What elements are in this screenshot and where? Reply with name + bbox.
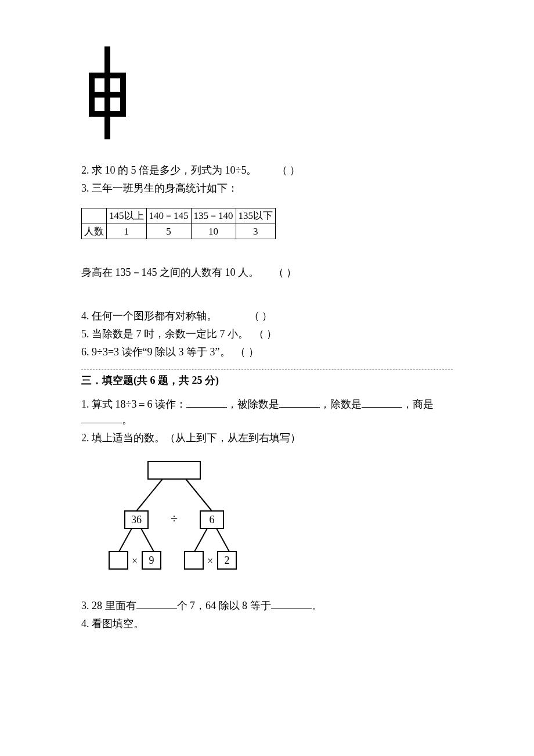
fill-1-prefix: 1. 算式 18÷3＝6 读作：	[81, 398, 186, 410]
svg-line-5	[217, 528, 229, 552]
fill-4-text: 4. 看图填空。	[81, 616, 453, 632]
tree-blank-right[interactable]	[185, 552, 203, 569]
fill-3-blank-1[interactable]	[136, 598, 177, 609]
fill-1-blank-4[interactable]	[81, 412, 122, 423]
fill-3-mid: 个 7，64 除以 8 等于	[177, 600, 271, 611]
fill-3-suffix: 。	[312, 600, 322, 611]
tree-diagram: ÷ 36 6 × 9 × 2	[104, 459, 250, 575]
question-6-paren: （ ）	[235, 344, 259, 360]
svg-line-4	[194, 528, 207, 552]
fill-1-suffix: 。	[122, 414, 132, 426]
question-3-statement: 身高在 135－145 之间的人数有 10 人。 （ ）	[81, 265, 453, 280]
question-3-text: 3. 三年一班男生的身高统计如下：	[81, 181, 453, 196]
question-2-paren: （ ）	[277, 163, 301, 178]
tree-top-box[interactable]	[148, 462, 200, 479]
fill-1-blank-1[interactable]	[186, 397, 227, 408]
question-2-text: 2. 求 10 的 5 倍是多少，列式为 10÷5。	[81, 164, 257, 176]
table-value-4: 3	[236, 224, 276, 239]
question-5-text: 5. 当除数是 7 时，余数一定比 7 小。	[81, 328, 248, 340]
question-5-paren: （ ）	[254, 326, 277, 342]
fill-3: 3. 28 里面有个 7，64 除以 8 等于。	[81, 598, 453, 614]
table-header-3: 135－140	[191, 208, 236, 224]
section-3-title: 三．填空题(共 6 题，共 25 分)	[81, 373, 222, 388]
question-3-statement-text: 身高在 135－145 之间的人数有 10 人。	[81, 267, 259, 278]
table-header-1: 145以上	[107, 208, 147, 224]
question-6-text: 6. 9÷3=3 读作“9 除以 3 等于 3”。	[81, 346, 230, 358]
tree-mul-left: ×	[132, 555, 138, 567]
svg-line-3	[141, 528, 154, 552]
table-header-blank	[82, 208, 107, 224]
tree-val-2: 2	[225, 555, 230, 566]
tree-val-36: 36	[131, 514, 142, 525]
tree-div-sign: ÷	[171, 511, 178, 525]
fill-3-prefix: 3. 28 里面有	[81, 600, 136, 611]
fill-3-blank-2[interactable]	[271, 598, 312, 609]
question-4: 4. 任何一个图形都有对称轴。 （ ）	[81, 308, 453, 324]
tree-blank-left[interactable]	[109, 552, 128, 569]
tree-val-9: 9	[149, 555, 154, 566]
question-4-paren: （ ）	[249, 308, 273, 324]
fill-1-part3: ，除数是	[320, 398, 362, 410]
tree-val-6: 6	[210, 514, 215, 525]
svg-line-0	[136, 479, 163, 511]
height-stat-table: 145以上 140－145 135－140 135以下 人数 1 5 10 3	[81, 208, 276, 239]
fill-1-blank-2[interactable]	[279, 397, 320, 408]
shen-character-icon	[87, 46, 128, 139]
question-6: 6. 9÷3=3 读作“9 除以 3 等于 3”。 （ ）	[81, 344, 453, 360]
table-value-3: 10	[191, 224, 236, 239]
table-header-2: 140－145	[146, 208, 191, 224]
question-2: 2. 求 10 的 5 倍是多少，列式为 10÷5。 （ ）	[81, 163, 453, 178]
question-4-text: 4. 任何一个图形都有对称轴。	[81, 310, 217, 322]
table-value-2: 5	[146, 224, 191, 239]
fill-2-text: 2. 填上适当的数。（从上到下，从左到右填写）	[81, 430, 453, 446]
table-header-4: 135以下	[236, 208, 276, 224]
svg-line-1	[186, 479, 212, 511]
fill-1: 1. 算式 18÷3＝6 读作：，被除数是，除数是，商是。	[81, 397, 453, 428]
fill-1-part2: ，被除数是	[227, 398, 279, 410]
dashed-divider	[81, 369, 453, 370]
table-data-row: 人数 1 5 10 3	[82, 224, 276, 239]
tree-mul-right: ×	[207, 555, 213, 567]
table-row-label: 人数	[82, 224, 107, 239]
table-header-row: 145以上 140－145 135－140 135以下	[82, 208, 276, 224]
svg-line-2	[119, 528, 132, 552]
table-value-1: 1	[107, 224, 147, 239]
question-5: 5. 当除数是 7 时，余数一定比 7 小。 （ ）	[81, 326, 453, 342]
question-3-paren: （ ）	[273, 265, 297, 280]
fill-1-blank-3[interactable]	[362, 397, 402, 408]
fill-1-part4: ，商是	[402, 398, 434, 410]
